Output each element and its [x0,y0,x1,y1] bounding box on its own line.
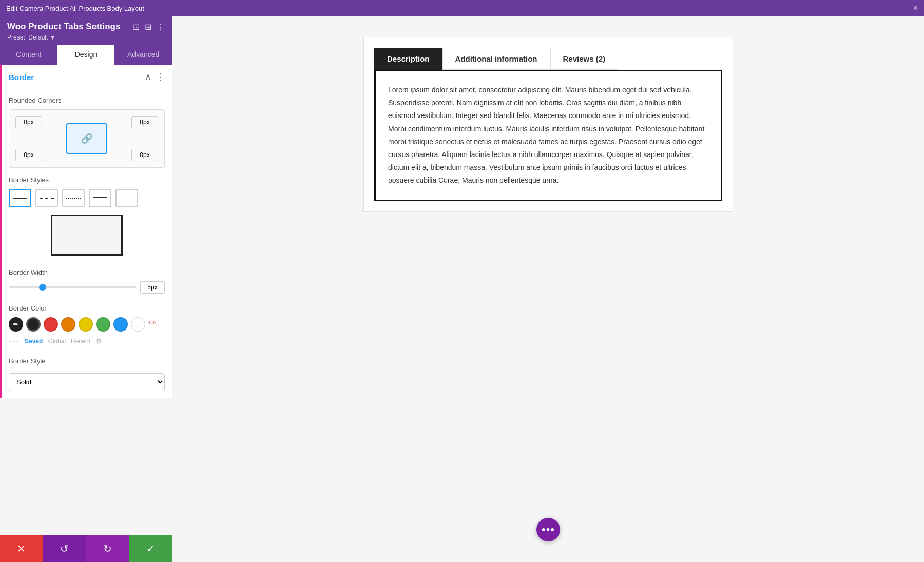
border-width-label: Border Width [9,268,165,276]
eyedropper-button[interactable]: ✒ [9,317,23,332]
section-body: Rounded Corners 🔗 [2,89,172,398]
color-swatch-orange[interactable] [61,317,75,332]
panel-title: Woo Product Tabs Settings [7,22,120,32]
undo-button[interactable]: ↺ [43,535,86,562]
corners-right-side [131,116,158,161]
tab-additional-info[interactable]: Additional information [442,48,550,70]
panel-icon-menu[interactable]: ⋮ [157,22,165,32]
border-style-double-button[interactable] [89,189,111,207]
floating-action-button[interactable]: ••• [536,518,560,541]
color-swatches: ✒ ✏ [9,317,165,332]
corner-preview-box[interactable]: 🔗 [66,123,107,154]
floating-button-icon: ••• [542,523,555,536]
redo-icon: ↻ [103,542,112,555]
dashed-icon [40,198,54,199]
border-box-preview [51,215,123,256]
border-preview [9,215,165,256]
color-tabs: ··· Saved Global Recent ⚙ [9,336,165,346]
corner-bottom-left-input[interactable] [15,149,42,161]
panel-content: Border ∧ ⋮ Rounded Corners [0,65,172,535]
corner-top-right-input[interactable] [131,116,158,128]
divider-1 [9,263,165,263]
top-bar: Edit Camera Product All Products Body La… [0,0,924,16]
panel-tabs: Content Design Advanced [0,45,172,65]
border-styles-row [9,189,165,207]
corners-left-side [15,116,42,161]
save-button[interactable]: ✓ [129,535,172,562]
product-tabs-container: Description Additional information Revie… [363,37,733,212]
tabs-nav: Description Additional information Revie… [374,48,722,70]
tab-advanced[interactable]: Advanced [114,45,172,65]
divider-3 [9,352,165,352]
main-layout: Woo Product Tabs Settings ⊡ ⊞ ⋮ Preset: … [0,16,924,562]
color-tab-dots[interactable]: ··· [9,336,20,346]
border-width-value[interactable] [140,281,165,294]
bottom-toolbar: ✕ ↺ ↻ ✓ [0,535,172,562]
border-style-dotted-button[interactable] [62,189,85,207]
rounded-corners-label: Rounded Corners [9,96,165,104]
tab-content-body: Lorem ipsum dolor sit amet, consectetur … [374,70,722,201]
border-style-none-button[interactable] [116,189,138,207]
tab-content[interactable]: Content [0,45,57,65]
panel-icons: ⊡ ⊞ ⋮ [133,22,165,32]
window-title: Edit Camera Product All Products Body La… [6,5,144,12]
color-swatch-red[interactable] [44,317,58,332]
corner-center: 🔗 [46,123,127,154]
panel-icon-grid[interactable]: ⊞ [145,22,151,32]
divider-2 [9,299,165,299]
cancel-icon: ✕ [17,542,26,555]
color-swatch-blue[interactable] [113,317,128,332]
panel-icon-eye[interactable]: ⊡ [133,22,140,32]
border-width-row [9,281,165,294]
border-style-dashed-button[interactable] [35,189,58,207]
eyedropper-icon: ✒ [13,320,19,328]
panel-header: Woo Product Tabs Settings ⊡ ⊞ ⋮ Preset: … [0,16,172,45]
border-section: Border ∧ ⋮ Rounded Corners [0,65,172,398]
window-close-button[interactable]: × [913,4,918,13]
border-width-slider[interactable] [9,286,136,288]
none-icon [120,198,134,199]
border-style-select[interactable]: Solid Dashed Dotted Double None [9,373,165,391]
color-swatch-yellow[interactable] [79,317,93,332]
color-tab-global[interactable]: Global [48,338,66,345]
border-color-label: Border Color [9,304,165,312]
double-icon [93,197,107,199]
color-tab-recent[interactable]: Recent [71,338,90,345]
dotted-icon [66,198,81,199]
section-header: Border ∧ ⋮ [2,65,172,89]
section-title: Border [9,73,34,82]
redo-button[interactable]: ↻ [86,535,129,562]
solid-icon [13,198,27,199]
color-swatch-custom[interactable]: ✏ [148,317,163,332]
color-swatch-black[interactable] [26,317,41,332]
tab-design[interactable]: Design [57,45,115,65]
tab-description[interactable]: Description [374,48,442,70]
link-icon: 🔗 [81,133,92,144]
right-content: Description Additional information Revie… [172,16,924,562]
color-swatch-green[interactable] [96,317,110,332]
color-settings-icon[interactable]: ⚙ [95,337,102,345]
tab-content-text: Lorem ipsum dolor sit amet, consectetur … [388,84,708,187]
corner-bottom-right-input[interactable] [131,149,158,161]
section-controls: ∧ ⋮ [145,71,165,83]
section-collapse-button[interactable]: ∧ [145,71,151,83]
undo-icon: ↺ [60,542,69,555]
section-menu-button[interactable]: ⋮ [156,71,165,83]
color-tab-saved[interactable]: Saved [25,338,43,345]
rounded-corners-grid: 🔗 [9,109,165,168]
border-style-solid-button[interactable] [9,189,31,207]
tab-reviews[interactable]: Reviews (2) [550,48,619,70]
save-icon: ✓ [146,542,155,555]
panel-title-row: Woo Product Tabs Settings ⊡ ⊞ ⋮ [7,22,165,32]
border-styles-label: Border Styles [9,176,165,184]
left-panel: Woo Product Tabs Settings ⊡ ⊞ ⋮ Preset: … [0,16,172,562]
panel-preset[interactable]: Preset: Default ▼ [7,34,165,41]
border-style-select-label: Border Style [9,357,165,365]
corner-top-left-input[interactable] [15,116,42,128]
color-swatch-white[interactable] [131,317,145,332]
cancel-button[interactable]: ✕ [0,535,43,562]
